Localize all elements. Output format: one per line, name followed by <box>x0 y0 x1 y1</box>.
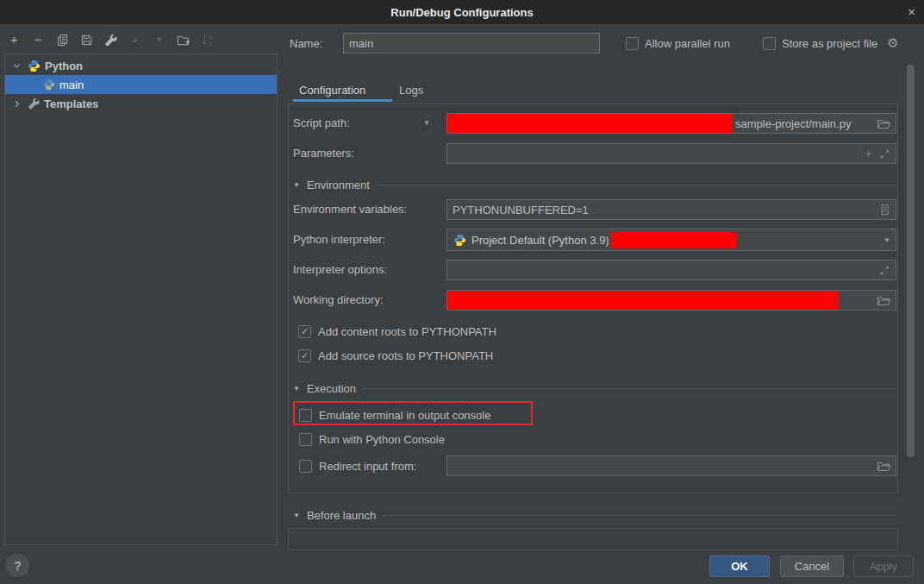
new-folder-icon <box>177 34 190 47</box>
emulate-terminal-checkbox[interactable]: Emulate terminal in output console <box>299 407 490 423</box>
script-path-label: Script path: <box>293 113 350 134</box>
redaction-overlay <box>447 114 733 133</box>
plus-icon: + <box>10 33 18 47</box>
check-glyph: ✓ <box>301 326 309 337</box>
store-as-project-file-label: Store as project file <box>782 37 877 50</box>
chevron-down-icon[interactable] <box>12 61 22 71</box>
interpreter-options-field[interactable] <box>446 260 896 280</box>
name-label: Name: <box>290 34 322 54</box>
redirect-input-label: Redirect input from: <box>319 460 416 473</box>
tab-configuration[interactable]: Configuration <box>299 82 365 99</box>
collapse-triangle-icon[interactable]: ▼ <box>293 385 300 392</box>
configurations-toolbar: + − ▲ ▼ a z <box>7 31 215 48</box>
expand-field-icon[interactable] <box>879 148 890 160</box>
combobox-arrow-icon[interactable]: ▼ <box>883 236 890 244</box>
run-with-python-console-label: Run with Python Console <box>319 433 445 446</box>
collapse-triangle-icon[interactable]: ▼ <box>293 181 300 189</box>
triangle-down-icon: ▼ <box>155 33 163 47</box>
allow-parallel-run-label: Allow parallel run <box>645 37 730 50</box>
section-divider <box>383 515 896 516</box>
move-down-button: ▼ <box>152 32 166 47</box>
add-configuration-button[interactable]: + <box>7 32 22 47</box>
browse-folder-icon[interactable] <box>877 295 890 306</box>
add-source-roots-checkbox[interactable]: ✓ Add source roots to PYTHONPATH <box>298 348 493 363</box>
help-button[interactable]: ? <box>6 554 29 577</box>
script-path-type-dropdown-icon[interactable]: ▼ <box>423 113 430 134</box>
expand-field-icon[interactable] <box>879 265 890 276</box>
tree-item-python[interactable]: Python <box>5 56 277 75</box>
emulate-terminal-label: Emulate terminal in output console <box>319 409 490 422</box>
section-divider <box>363 388 896 389</box>
checkbox-icon[interactable] <box>299 460 312 473</box>
tree-item-label: Templates <box>44 97 98 110</box>
checkbox-icon[interactable] <box>299 409 312 422</box>
add-content-roots-checkbox[interactable]: ✓ Add content roots to PYTHONPATH <box>298 323 496 339</box>
script-path-field[interactable]: sample-project/main.py <box>446 113 896 134</box>
allow-parallel-run-checkbox[interactable]: Allow parallel run <box>626 33 730 53</box>
tab-logs[interactable]: Logs <box>399 82 423 99</box>
wrench-icon <box>104 34 117 47</box>
name-input[interactable] <box>343 33 600 53</box>
redirect-input-field[interactable] <box>446 455 896 476</box>
python-interpreter-value: Project Default (Python 3.9) <box>471 234 609 247</box>
ok-button[interactable]: OK <box>709 556 770 577</box>
checkbox-icon[interactable] <box>299 433 312 446</box>
redirect-input-checkbox[interactable]: Redirect input from: <box>299 458 416 474</box>
dialog-titlebar: Run/Debug Configurations × <box>0 0 924 24</box>
environment-variables-field[interactable]: PYTHONUNBUFFERED=1 <box>446 199 896 220</box>
triangle-up-icon: ▲ <box>131 33 139 47</box>
copy-configuration-button[interactable] <box>55 32 70 47</box>
python-interpreter-combobox[interactable]: Project Default (Python 3.9) ▼ <box>446 229 896 251</box>
checkbox-icon[interactable] <box>763 37 776 50</box>
remove-configuration-button[interactable]: − <box>31 32 46 47</box>
redaction-overlay <box>447 291 839 310</box>
svg-text:a: a <box>209 34 212 40</box>
environment-variables-label: Environment variables: <box>293 199 407 220</box>
parameters-label: Parameters: <box>293 143 354 164</box>
help-icon: ? <box>14 559 22 573</box>
redaction-overlay <box>611 232 737 248</box>
browse-folder-icon[interactable] <box>877 461 890 472</box>
vertical-scrollbar[interactable] <box>907 65 915 457</box>
add-source-roots-label: Add source roots to PYTHONPATH <box>318 349 493 362</box>
run-with-python-console-checkbox[interactable]: Run with Python Console <box>299 431 445 447</box>
apply-button[interactable]: Apply <box>853 556 914 577</box>
checkbox-icon[interactable] <box>626 37 639 50</box>
active-tab-underline <box>293 99 392 102</box>
collapse-triangle-icon[interactable]: ▼ <box>293 512 300 519</box>
copy-icon <box>56 34 69 47</box>
minus-icon: − <box>34 33 42 47</box>
before-launch-task-list[interactable] <box>288 528 898 550</box>
python-icon <box>453 234 466 247</box>
store-as-project-file-checkbox[interactable]: Store as project file ⚙ <box>763 33 899 53</box>
move-up-button: ▲ <box>128 32 142 47</box>
python-icon <box>28 60 41 72</box>
macros-plus-icon[interactable]: + <box>865 147 872 160</box>
parameters-field[interactable]: + <box>446 143 896 164</box>
environment-section-header[interactable]: ▼ Environment <box>293 177 896 192</box>
tree-item-main[interactable]: main <box>5 75 277 94</box>
tree-item-templates[interactable]: Templates <box>5 94 277 113</box>
run-debug-configurations-dialog: Run/Debug Configurations × + − ▲ ▼ <box>0 0 924 584</box>
close-icon[interactable]: × <box>908 4 915 20</box>
working-directory-field[interactable] <box>446 290 896 311</box>
gear-icon[interactable]: ⚙ <box>887 35 898 51</box>
browse-folder-icon[interactable] <box>877 118 890 129</box>
checkbox-checked-icon[interactable]: ✓ <box>298 349 311 362</box>
sort-alphabetically-icon: a z <box>201 34 215 47</box>
configurations-tree: Python main Templates <box>4 53 278 545</box>
before-launch-section-header[interactable]: ▼ Before launch <box>293 507 896 523</box>
python-icon <box>43 78 55 91</box>
execution-section-label: Execution <box>307 382 356 395</box>
checkbox-checked-icon[interactable]: ✓ <box>298 325 311 338</box>
save-configuration-button[interactable] <box>79 32 94 47</box>
browse-variables-icon[interactable] <box>879 204 890 216</box>
edit-templates-button[interactable] <box>103 32 118 47</box>
execution-section-header[interactable]: ▼ Execution <box>293 380 896 396</box>
check-glyph: ✓ <box>301 350 309 361</box>
cancel-button[interactable]: Cancel <box>780 556 844 577</box>
wrench-icon <box>28 97 40 110</box>
create-folder-button[interactable] <box>176 32 190 47</box>
sort-configurations-button: a z <box>200 32 215 47</box>
chevron-right-icon[interactable] <box>12 99 22 109</box>
